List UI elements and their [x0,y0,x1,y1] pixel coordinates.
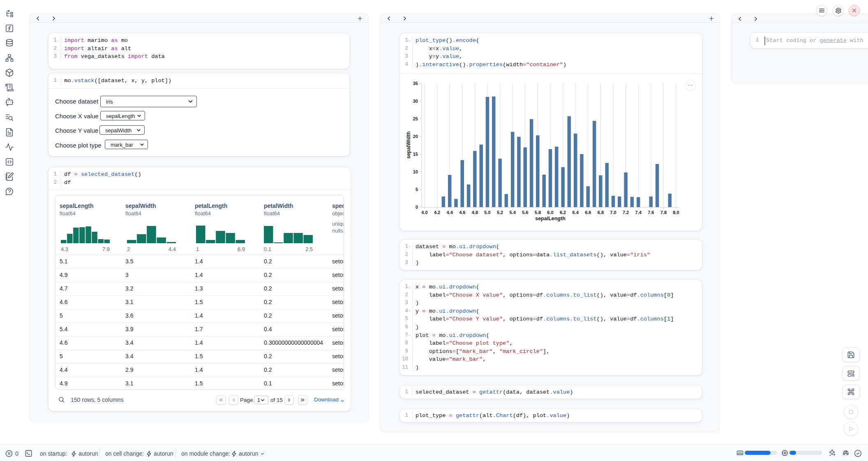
svg-text:4.8: 4.8 [472,210,478,215]
svg-text:5: 5 [416,187,418,192]
svg-text:6.2: 6.2 [560,210,566,215]
svg-text:7.0: 7.0 [610,210,616,215]
svg-text:5.4: 5.4 [510,210,516,215]
svg-text:5.0: 5.0 [484,210,490,215]
svg-text:20: 20 [413,134,418,139]
svg-text:10: 10 [413,169,418,174]
svg-text:6.8: 6.8 [598,210,604,215]
svg-text:25: 25 [413,116,418,121]
svg-text:7.6: 7.6 [648,210,654,215]
svg-text:0: 0 [416,205,418,210]
svg-text:6.6: 6.6 [585,210,591,215]
svg-text:7.4: 7.4 [635,210,642,215]
svg-text:sepalLength: sepalLength [535,216,566,221]
svg-text:30: 30 [413,99,418,104]
svg-text:4.4: 4.4 [447,210,453,215]
svg-text:8.0: 8.0 [673,210,679,215]
svg-text:6.0: 6.0 [547,210,553,215]
svg-text:4.2: 4.2 [434,210,440,215]
svg-text:4.0: 4.0 [421,210,427,215]
svg-text:sepalWidth: sepalWidth [406,131,411,159]
svg-text:35: 35 [413,81,418,86]
svg-text:5.6: 5.6 [522,210,528,215]
svg-text:5.8: 5.8 [535,210,541,215]
svg-text:4.6: 4.6 [459,210,465,215]
svg-text:7.8: 7.8 [660,210,667,215]
svg-text:15: 15 [413,152,418,157]
svg-text:7.2: 7.2 [623,210,629,215]
svg-text:6.4: 6.4 [573,210,579,215]
svg-text:5.2: 5.2 [497,210,503,215]
